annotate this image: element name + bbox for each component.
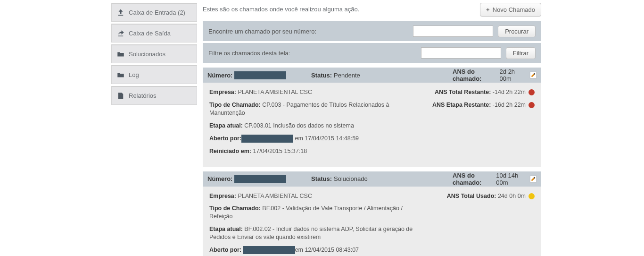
- edit-icon[interactable]: [529, 71, 537, 79]
- ans-usado-label: ANS Total Usado:: [447, 192, 496, 200]
- redacted-number: [234, 71, 286, 79]
- search-bar: Encontre um chamado por seu número: Proc…: [203, 21, 541, 41]
- search-button-label: Procurar: [505, 28, 528, 35]
- ticket-body: Empresa: PLANETA AMBIENTAL CSC Tipo de C…: [203, 83, 541, 167]
- edit-icon[interactable]: [529, 175, 537, 183]
- empresa-row: Empresa: PLANETA AMBIENTAL CSC: [209, 88, 426, 96]
- main-content: Estes são os chamados onde você realizou…: [197, 0, 546, 256]
- ans-etapa-value: -16d 2h 22m: [493, 101, 526, 109]
- ans-total-value: -14d 2h 22m: [493, 88, 526, 96]
- aberto-row: Aberto por: em 12/04/2015 08:43:07: [209, 246, 426, 254]
- new-ticket-label: Novo Chamado: [493, 6, 535, 13]
- empresa-row: Empresa: PLANETA AMBIENTAL CSC: [209, 192, 426, 200]
- numero-label: Número:: [207, 72, 232, 79]
- ticket-body-right: ANS Total Usado: 24d 0h 0m: [426, 192, 535, 256]
- ticket-ans-col: ANS do chamado: 2d 2h 00m: [453, 68, 537, 82]
- filter-bar: Filtre os chamados desta tela: Filtrar: [203, 43, 541, 63]
- folder-icon: [116, 71, 125, 79]
- sidebar-item-label: Log: [129, 71, 139, 78]
- status-value: Pendente: [334, 72, 360, 79]
- sidebar-item-label: Solucionados: [129, 51, 165, 58]
- status-dot-red: [528, 102, 535, 108]
- aberto-value: em 12/04/2015 08:43:07: [295, 247, 359, 253]
- page-scroll[interactable]: Caixa de Entrada (2) Caixa de Saída Solu…: [0, 0, 644, 256]
- search-button[interactable]: Procurar: [498, 26, 536, 37]
- ans-value: 10d 14h 00m: [496, 172, 524, 186]
- empresa-label: Empresa:: [209, 89, 236, 95]
- content-wrap: Caixa de Entrada (2) Caixa de Saída Solu…: [4, 0, 640, 256]
- empresa-value: PLANETA AMBIENTAL CSC: [238, 89, 312, 95]
- aberto-label: Aberto por:: [209, 247, 241, 253]
- tipo-row: Tipo de Chamado: BF.002 - Validação de V…: [209, 205, 426, 221]
- empresa-label: Empresa:: [209, 193, 236, 199]
- ans-usado-row: ANS Total Usado: 24d 0h 0m: [429, 192, 535, 200]
- ticket-ans-col: ANS do chamado: 10d 14h 00m: [453, 172, 537, 186]
- tipo-label: Tipo de Chamado:: [209, 205, 261, 212]
- ticket-number-col: Número:: [207, 71, 311, 79]
- ticket-number-col: Número:: [207, 175, 311, 183]
- ticket-card: Número: Status: Solucionado ANS do chama…: [203, 171, 541, 256]
- search-input[interactable]: [413, 26, 493, 37]
- sidebar-item-outbox[interactable]: Caixa de Saída: [111, 24, 197, 43]
- redacted-user: [241, 135, 293, 143]
- etapa-row: Etapa atual: BF.002.02 - Incluir dados n…: [209, 225, 426, 241]
- status-label: Status:: [311, 175, 332, 182]
- status-dot-yellow: [528, 193, 535, 199]
- ticket-body: Empresa: PLANETA AMBIENTAL CSC Tipo de C…: [203, 187, 541, 256]
- folder-icon: [116, 50, 125, 59]
- sidebar-item-label: Caixa de Entrada (2): [129, 9, 185, 16]
- ans-label: ANS do chamado:: [453, 68, 498, 82]
- redacted-user: [243, 246, 295, 254]
- tipo-label: Tipo de Chamado:: [209, 102, 261, 108]
- search-label: Encontre um chamado por seu número:: [208, 28, 413, 35]
- share-icon: [116, 29, 125, 38]
- intro-text: Estes são os chamados onde você realizou…: [203, 3, 359, 13]
- filter-button-label: Filtrar: [513, 50, 528, 57]
- ans-etapa-row: ANS Etapa Restante: -16d 2h 22m: [429, 101, 535, 109]
- status-dot-red: [528, 89, 535, 95]
- sidebar-item-inbox[interactable]: Caixa de Entrada (2): [111, 3, 197, 22]
- ans-total-label: ANS Total Restante:: [435, 88, 491, 96]
- ticket-body-left: Empresa: PLANETA AMBIENTAL CSC Tipo de C…: [209, 88, 426, 160]
- ans-total-row: ANS Total Restante: -14d 2h 22m: [429, 88, 535, 96]
- empresa-value: PLANETA AMBIENTAL CSC: [238, 193, 312, 199]
- etapa-row: Etapa atual: CP.003.01 Inclusão dos dado…: [209, 122, 426, 130]
- filter-label: Filtre os chamados desta tela:: [208, 50, 421, 57]
- etapa-label: Etapa atual:: [209, 122, 243, 129]
- status-value: Solucionado: [334, 175, 368, 182]
- filter-button[interactable]: Filtrar: [506, 47, 536, 59]
- reiniciado-label: Reiniciado em:: [209, 148, 251, 154]
- ticket-header[interactable]: Número: Status: Solucionado ANS do chama…: [203, 171, 541, 187]
- redacted-number: [234, 175, 286, 183]
- aberto-row: Aberto por: em 17/04/2015 14:48:59: [209, 135, 426, 143]
- sidebar-item-log[interactable]: Log: [111, 65, 197, 84]
- etapa-label: Etapa atual:: [209, 226, 243, 232]
- numero-label: Número:: [207, 175, 232, 182]
- aberto-label: Aberto por:: [209, 135, 241, 142]
- ticket-body-left: Empresa: PLANETA AMBIENTAL CSC Tipo de C…: [209, 192, 426, 256]
- upload-icon: [116, 9, 125, 17]
- sidebar: Caixa de Entrada (2) Caixa de Saída Solu…: [111, 3, 197, 256]
- sidebar-item-label: Relatórios: [129, 92, 157, 99]
- ans-value: 2d 2h 00m: [500, 68, 524, 82]
- sidebar-item-solved[interactable]: Solucionados: [111, 44, 197, 63]
- status-label: Status:: [311, 72, 332, 79]
- ticket-header[interactable]: Número: Status: Pendente ANS do chamado:…: [203, 68, 541, 83]
- ans-etapa-label: ANS Etapa Restante:: [432, 101, 491, 109]
- report-icon: [116, 92, 125, 100]
- filter-input[interactable]: [421, 47, 501, 59]
- top-row: Estes são os chamados onde você realizou…: [203, 3, 541, 17]
- ticket-card: Número: Status: Pendente ANS do chamado:…: [203, 68, 541, 167]
- reiniciado-row: Reiniciado em: 17/04/2015 15:37:18: [209, 147, 426, 155]
- ans-label: ANS do chamado:: [453, 172, 494, 186]
- sidebar-item-label: Caixa de Saída: [129, 30, 171, 37]
- etapa-value: CP.003.01 Inclusão dos dados no sistema: [244, 122, 354, 129]
- ticket-status-col: Status: Pendente: [311, 72, 453, 79]
- ticket-status-col: Status: Solucionado: [311, 175, 453, 182]
- ans-usado-value: 24d 0h 0m: [498, 192, 526, 200]
- ticket-body-right: ANS Total Restante: -14d 2h 22m ANS Etap…: [426, 88, 535, 160]
- aberto-value: em 17/04/2015 14:48:59: [293, 135, 359, 142]
- sidebar-item-reports[interactable]: Relatórios: [111, 86, 197, 105]
- new-ticket-button[interactable]: Novo Chamado: [480, 3, 541, 17]
- tipo-row: Tipo de Chamado: CP.003 - Pagamentos de …: [209, 101, 426, 117]
